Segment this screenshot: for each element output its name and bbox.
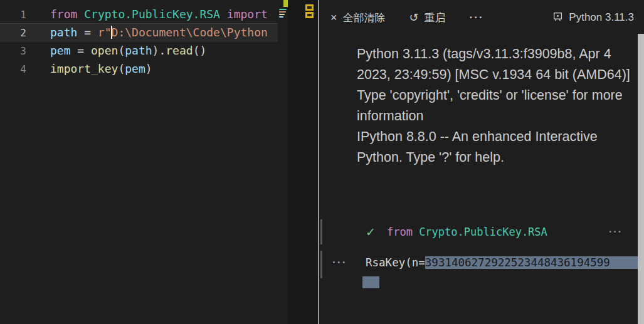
code-token — [77, 8, 84, 21]
line-number: 4 — [0, 60, 26, 78]
output-line: Type 'copyright', 'credits' or 'license'… — [357, 85, 642, 127]
code-token: () — [193, 44, 207, 57]
code-editor[interactable]: 1from Crypto.PublicKey.RSA import2path =… — [0, 0, 278, 324]
output-more-button[interactable]: ··· — [332, 256, 354, 269]
code-token: = — [77, 26, 98, 39]
more-actions-button[interactable]: ··· — [470, 11, 484, 24]
code-text: from Crypto.PublicKey.RSA import — [50, 5, 268, 23]
kernel-icon — [552, 11, 563, 24]
clear-all-label: 全部清除 — [343, 11, 386, 25]
overview-warning-marker — [305, 4, 314, 11]
selected-output-number: 3931406272922523448436194599 — [425, 256, 638, 269]
code-token: pem — [50, 44, 71, 57]
selection-continuation — [362, 276, 379, 288]
kernel-label: Python 3.11.3 — [569, 11, 634, 24]
line-number: 2 — [0, 24, 26, 42]
minimap-mark — [279, 16, 283, 18]
code-line-2[interactable]: 2path = r"D:\Document\Code\Python — [0, 23, 278, 41]
clear-all-button[interactable]: × 全部清除 — [330, 11, 386, 25]
code-text: pem = open(path).read() — [50, 41, 206, 60]
code-token: Crypto.PublicKey.RSA — [84, 8, 220, 21]
kernel-banner-output: Python 3.11.3 (tags/v3.11.3:f3909b8, Apr… — [357, 44, 642, 168]
cell-code: from Crypto.PublicKey.RSA — [387, 226, 547, 238]
minimap-mark — [279, 14, 285, 15]
kernel-picker[interactable]: Python 3.11.3 — [552, 11, 634, 24]
code-token: import_key — [50, 62, 118, 75]
close-icon: × — [330, 12, 337, 23]
code-token — [413, 226, 419, 238]
code-token: from — [387, 226, 413, 238]
code-token: path — [50, 26, 77, 39]
code-line-1[interactable]: 1from Crypto.PublicKey.RSA import — [0, 5, 278, 23]
code-token: pem — [125, 62, 145, 75]
code-token — [220, 8, 227, 21]
code-token: ). — [152, 44, 166, 57]
minimap-mark — [279, 9, 287, 10]
minimap[interactable] — [278, 0, 288, 324]
restart-button[interactable]: ↺ 重启 — [409, 11, 446, 25]
code-text: path = r"D:\Document\Code\Python — [50, 23, 268, 41]
vscode-window: 1from Crypto.PublicKey.RSA import2path =… — [0, 0, 644, 324]
code-line-3[interactable]: 3pem = open(path).read() — [0, 41, 278, 60]
code-token: ) — [145, 62, 152, 75]
code-token: import — [227, 8, 268, 21]
minimap-mark — [279, 11, 286, 13]
cell-output-row: ··· RsaKey(n=393140627292252344843619459… — [319, 253, 638, 272]
cell-more-button[interactable]: ··· — [609, 226, 623, 238]
code-token: r" — [98, 26, 112, 39]
executed-cell[interactable]: ✓ from Crypto.PublicKey.RSA ··· — [319, 219, 638, 244]
code-token: read — [166, 44, 193, 57]
code-token: ( — [118, 62, 125, 75]
restart-icon: ↺ — [409, 12, 419, 23]
output-line: IPython 8.8.0 -- An enhanced Interactive… — [357, 127, 642, 168]
output-text: RsaKey(n= — [366, 256, 425, 269]
editor-scrollbar-track[interactable] — [288, 0, 318, 324]
more-icon: ··· — [470, 11, 484, 24]
line-number: 3 — [0, 42, 26, 60]
interactive-toolbar: × 全部清除 ↺ 重启 ··· Python 3.11.3 — [319, 6, 634, 29]
overview-warning-marker — [305, 12, 314, 18]
code-token: Crypto.PublicKey.RSA — [419, 226, 547, 238]
interactive-window: × 全部清除 ↺ 重启 ··· Python 3.11.3 — [319, 0, 644, 324]
code-text: import_key(pem) — [50, 60, 152, 78]
code-token: from — [50, 8, 77, 21]
restart-label: 重启 — [425, 11, 446, 25]
code-token: open — [91, 44, 118, 57]
code-token: D:\Document\Code\Python — [112, 26, 268, 39]
code-token: ( — [118, 44, 125, 57]
code-token: = — [71, 44, 92, 57]
code-token: path — [125, 44, 152, 57]
panel-scrollbar[interactable] — [638, 34, 644, 324]
cell-success-icon: ✓ — [366, 225, 376, 239]
output-line: Python 3.11.3 (tags/v3.11.3:f3909b8, Apr… — [357, 44, 642, 85]
line-number: 1 — [0, 6, 26, 24]
code-line-4[interactable]: 4import_key(pem) — [0, 60, 278, 78]
editor-lines: 1from Crypto.PublicKey.RSA import2path =… — [0, 5, 278, 78]
